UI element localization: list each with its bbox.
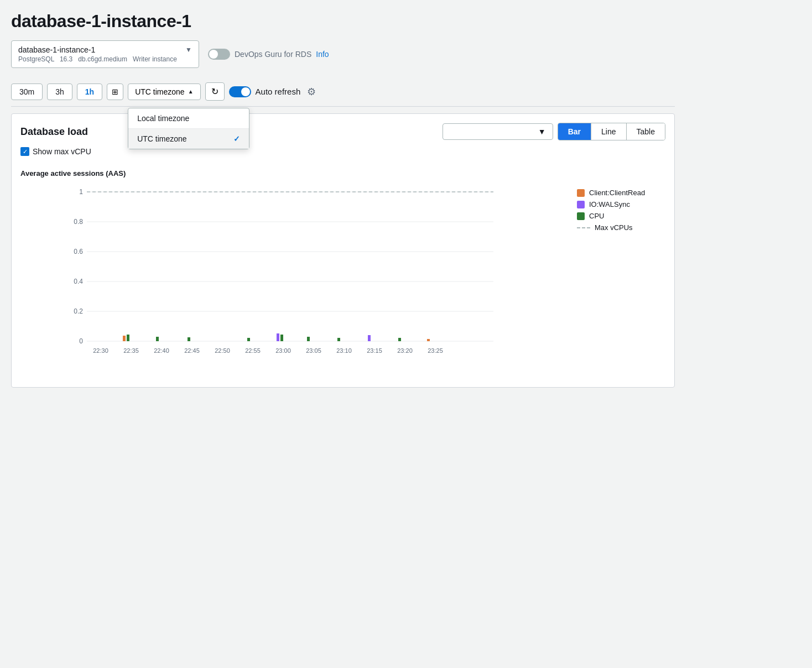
- section-title: Database load: [20, 126, 88, 138]
- x-label-2230: 22:30: [93, 347, 108, 354]
- legend-label-walsync: IO:WALSync: [589, 200, 630, 208]
- bar-cpu-8: [398, 338, 401, 341]
- timezone-option-utc[interactable]: UTC timezone ✓: [128, 129, 249, 149]
- chart-svg-wrapper: 1 0.8 0.6 0.4 0.2 0: [20, 184, 568, 374]
- y-label-04: 0.4: [74, 278, 83, 285]
- legend-color-walsync: [577, 201, 585, 208]
- legend-color-clientread: [577, 189, 585, 197]
- time-btn-3h[interactable]: 3h: [47, 84, 72, 100]
- instance-name: database-1-instance-1: [18, 45, 95, 54]
- timezone-option-local[interactable]: Local timezone: [128, 108, 249, 128]
- x-label-2320: 23:20: [397, 347, 413, 354]
- show-max-vcpu-checkbox[interactable]: [20, 147, 29, 156]
- timezone-dropdown: Local timezone UTC timezone ✓: [128, 108, 249, 149]
- bar-cpu-5: [280, 335, 283, 341]
- role-label: Writer instance: [133, 55, 177, 63]
- devops-toggle[interactable]: [208, 49, 230, 60]
- chart-container: Average active sessions (AAS) 1 0.8 0.6 …: [20, 165, 665, 378]
- view-controls: ▼ Bar Line Table: [443, 123, 665, 140]
- x-label-2315: 23:15: [367, 347, 382, 354]
- bar-clientread-2: [427, 339, 430, 341]
- calendar-btn[interactable]: ⊞: [107, 84, 123, 100]
- timezone-button[interactable]: UTC timezone ▲: [128, 84, 200, 100]
- bar-cpu-2: [156, 337, 159, 341]
- page-title: database-1-instance-1: [11, 11, 675, 32]
- slice-arrow-icon: ▼: [538, 127, 546, 136]
- x-label-2240: 22:40: [154, 347, 169, 354]
- controls-bar: 30m 3h 1h ⊞ UTC timezone ▲ Local timezon…: [11, 77, 675, 107]
- bar-clientread-1: [123, 336, 126, 341]
- chart-svg: 1 0.8 0.6 0.4 0.2 0: [20, 184, 568, 372]
- dropdown-arrow-icon: ▼: [185, 46, 192, 54]
- legend-cpu: CPU: [577, 212, 665, 220]
- legend-clientread: Client:ClientRead: [577, 189, 665, 197]
- legend-dashed-maxvcpu: [577, 227, 590, 228]
- version-label: 16.3: [60, 55, 72, 63]
- instance-meta: PostgreSQL 16.3 db.c6gd.medium Writer in…: [18, 55, 192, 63]
- view-btn-line[interactable]: Line: [591, 123, 626, 140]
- type-label: db.c6gd.medium: [78, 55, 127, 63]
- slice-dropdown[interactable]: ▼: [443, 123, 553, 140]
- instance-dropdown[interactable]: database-1-instance-1 ▼ PostgreSQL 16.3 …: [11, 40, 199, 68]
- y-label-08: 0.8: [74, 218, 83, 226]
- bar-walSync-2: [368, 335, 371, 341]
- page-container: database-1-instance-1 database-1-instanc…: [11, 11, 675, 388]
- instance-dropdown-top: database-1-instance-1 ▼: [18, 45, 192, 54]
- y-label-06: 0.6: [74, 248, 83, 255]
- x-label-2250: 22:50: [215, 347, 230, 354]
- timezone-wrapper: UTC timezone ▲ Local timezone UTC timezo…: [128, 84, 200, 100]
- x-label-2310: 23:10: [336, 347, 352, 354]
- devops-section: DevOps Guru for RDS Info: [208, 49, 329, 60]
- bar-cpu-3: [188, 337, 190, 341]
- section-header: Database load ▼ Bar Line Table: [20, 123, 665, 140]
- bar-cpu-1: [127, 335, 129, 341]
- time-btn-30m[interactable]: 30m: [11, 84, 43, 100]
- check-mark-icon: ✓: [233, 134, 240, 143]
- show-max-vcpu-row: Show max vCPU: [20, 147, 665, 156]
- local-timezone-label: Local timezone: [137, 114, 189, 123]
- legend-walsync: IO:WALSync: [577, 200, 665, 208]
- info-link[interactable]: Info: [316, 50, 329, 59]
- auto-refresh-toggle[interactable]: [229, 86, 251, 97]
- auto-refresh-section: Auto refresh: [229, 86, 301, 97]
- view-btn-bar[interactable]: Bar: [558, 123, 591, 140]
- auto-refresh-label: Auto refresh: [256, 87, 301, 96]
- x-label-2300: 23:00: [275, 347, 291, 354]
- timezone-label: UTC timezone: [135, 87, 184, 96]
- x-label-2235: 22:35: [123, 347, 139, 354]
- chart-title: Average active sessions (AAS): [20, 169, 665, 178]
- x-label-2325: 23:25: [428, 347, 443, 354]
- y-label-02: 0.2: [74, 307, 83, 315]
- view-btn-group: Bar Line Table: [558, 123, 665, 140]
- legend-maxvcpu: Max vCPUs: [577, 223, 665, 232]
- bar-walSync-1: [277, 333, 279, 341]
- legend-label-maxvcpu: Max vCPUs: [595, 223, 633, 232]
- engine-label: PostgreSQL: [18, 55, 54, 63]
- bar-cpu-4: [247, 338, 250, 341]
- x-label-2255: 22:55: [245, 347, 261, 354]
- legend-label-cpu: CPU: [589, 212, 604, 220]
- x-label-2245: 22:45: [184, 347, 200, 354]
- legend-label-clientread: Client:ClientRead: [589, 189, 645, 197]
- x-label-2305: 23:05: [306, 347, 321, 354]
- database-load-section: Database load ▼ Bar Line Table Show max …: [11, 113, 675, 388]
- settings-button[interactable]: ⚙: [305, 84, 318, 100]
- legend-color-cpu: [577, 212, 585, 220]
- devops-label: DevOps Guru for RDS: [235, 50, 311, 59]
- chart-legend: Client:ClientRead IO:WALSync CPU Max vCP…: [577, 184, 665, 374]
- bar-cpu-7: [337, 338, 340, 341]
- refresh-button[interactable]: ↻: [205, 82, 225, 101]
- show-max-vcpu-label: Show max vCPU: [33, 147, 91, 156]
- instance-selector-bar: database-1-instance-1 ▼ PostgreSQL 16.3 …: [11, 40, 675, 68]
- utc-timezone-label: UTC timezone: [137, 134, 186, 143]
- y-label-0: 0: [79, 337, 83, 345]
- timezone-arrow-icon: ▲: [188, 88, 194, 95]
- time-btn-1h[interactable]: 1h: [77, 84, 102, 100]
- chart-area: 1 0.8 0.6 0.4 0.2 0: [20, 184, 665, 374]
- view-btn-table[interactable]: Table: [627, 123, 665, 140]
- y-label-1: 1: [79, 188, 83, 196]
- bar-cpu-6: [307, 337, 310, 341]
